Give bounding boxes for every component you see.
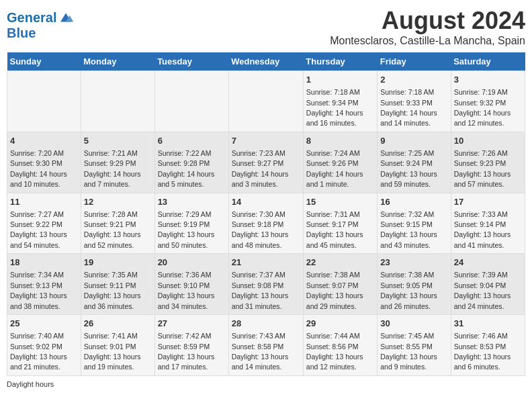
day-info: Sunrise: 7:29 AM Sunset: 9:19 PM Dayligh…: [158, 210, 215, 249]
header: General Blue August 2024 Montesclaros, C…: [7, 7, 525, 47]
day-header-wednesday: Wednesday: [228, 52, 303, 71]
day-info: Sunrise: 7:24 AM Sunset: 9:26 PM Dayligh…: [306, 149, 363, 188]
day-info: Sunrise: 7:39 AM Sunset: 9:04 PM Dayligh…: [454, 271, 511, 310]
day-number: 4: [10, 135, 78, 147]
calendar-cell: 16Sunrise: 7:32 AM Sunset: 9:15 PM Dayli…: [378, 193, 451, 254]
footer-daylight: Daylight hours: [7, 380, 525, 388]
day-header-thursday: Thursday: [303, 52, 377, 71]
day-number: 30: [380, 318, 447, 330]
day-info: Sunrise: 7:22 AM Sunset: 9:28 PM Dayligh…: [158, 149, 215, 188]
day-number: 8: [306, 135, 374, 147]
title-area: August 2024 Montesclaros, Castille-La Ma…: [330, 7, 525, 47]
calendar-cell: 4Sunrise: 7:20 AM Sunset: 9:30 PM Daylig…: [7, 132, 81, 193]
day-info: Sunrise: 7:44 AM Sunset: 8:56 PM Dayligh…: [306, 332, 363, 371]
day-info: Sunrise: 7:18 AM Sunset: 9:33 PM Dayligh…: [380, 88, 437, 127]
calendar-cell: 18Sunrise: 7:34 AM Sunset: 9:13 PM Dayli…: [7, 254, 81, 315]
day-number: 23: [380, 257, 447, 269]
day-info: Sunrise: 7:25 AM Sunset: 9:24 PM Dayligh…: [380, 149, 437, 188]
calendar-cell: 27Sunrise: 7:42 AM Sunset: 8:59 PM Dayli…: [154, 315, 228, 376]
week-row-1: 1Sunrise: 7:18 AM Sunset: 9:34 PM Daylig…: [7, 71, 525, 132]
logo-icon: [58, 9, 74, 26]
day-number: 27: [158, 318, 226, 330]
day-info: Sunrise: 7:32 AM Sunset: 9:15 PM Dayligh…: [380, 210, 437, 249]
day-info: Sunrise: 7:21 AM Sunset: 9:29 PM Dayligh…: [84, 149, 141, 188]
calendar-cell: 29Sunrise: 7:44 AM Sunset: 8:56 PM Dayli…: [303, 315, 377, 376]
day-info: Sunrise: 7:19 AM Sunset: 9:32 PM Dayligh…: [454, 88, 511, 127]
calendar-cell: 7Sunrise: 7:23 AM Sunset: 9:27 PM Daylig…: [228, 132, 303, 193]
day-number: 7: [232, 135, 300, 147]
calendar-cell: 25Sunrise: 7:40 AM Sunset: 9:02 PM Dayli…: [7, 315, 81, 376]
calendar-cell: 24Sunrise: 7:39 AM Sunset: 9:04 PM Dayli…: [451, 254, 525, 315]
day-header-saturday: Saturday: [451, 52, 525, 71]
calendar-cell: 22Sunrise: 7:38 AM Sunset: 9:07 PM Dayli…: [303, 254, 377, 315]
day-number: 24: [454, 257, 522, 269]
calendar-cell: 2Sunrise: 7:18 AM Sunset: 9:33 PM Daylig…: [378, 71, 451, 132]
day-header-sunday: Sunday: [7, 52, 81, 71]
day-header-friday: Friday: [378, 52, 451, 71]
day-info: Sunrise: 7:31 AM Sunset: 9:17 PM Dayligh…: [306, 210, 363, 249]
day-info: Sunrise: 7:35 AM Sunset: 9:11 PM Dayligh…: [84, 271, 141, 310]
day-number: 19: [84, 257, 152, 269]
day-number: 25: [10, 318, 78, 330]
calendar-cell: 19Sunrise: 7:35 AM Sunset: 9:11 PM Dayli…: [81, 254, 154, 315]
day-info: Sunrise: 7:38 AM Sunset: 9:05 PM Dayligh…: [380, 271, 437, 310]
calendar-cell: 6Sunrise: 7:22 AM Sunset: 9:28 PM Daylig…: [154, 132, 228, 193]
day-info: Sunrise: 7:27 AM Sunset: 9:22 PM Dayligh…: [10, 210, 67, 249]
subtitle: Montesclaros, Castille-La Mancha, Spain: [330, 35, 525, 47]
day-info: Sunrise: 7:41 AM Sunset: 9:01 PM Dayligh…: [84, 332, 141, 371]
week-row-5: 25Sunrise: 7:40 AM Sunset: 9:02 PM Dayli…: [7, 315, 525, 376]
logo: General Blue: [7, 9, 74, 40]
day-info: Sunrise: 7:42 AM Sunset: 8:59 PM Dayligh…: [158, 332, 215, 371]
calendar-cell: 9Sunrise: 7:25 AM Sunset: 9:24 PM Daylig…: [378, 132, 451, 193]
calendar-cell: 28Sunrise: 7:43 AM Sunset: 8:58 PM Dayli…: [228, 315, 303, 376]
week-row-3: 11Sunrise: 7:27 AM Sunset: 9:22 PM Dayli…: [7, 193, 525, 254]
calendar-cell: [7, 71, 81, 132]
day-info: Sunrise: 7:33 AM Sunset: 9:14 PM Dayligh…: [454, 210, 511, 249]
calendar-cell: 12Sunrise: 7:28 AM Sunset: 9:21 PM Dayli…: [81, 193, 154, 254]
day-number: 28: [232, 318, 300, 330]
day-info: Sunrise: 7:34 AM Sunset: 9:13 PM Dayligh…: [10, 271, 67, 310]
day-info: Sunrise: 7:40 AM Sunset: 9:02 PM Dayligh…: [10, 332, 67, 371]
calendar-table: SundayMondayTuesdayWednesdayThursdayFrid…: [7, 52, 525, 376]
day-header-monday: Monday: [81, 52, 154, 71]
day-number: 2: [380, 74, 447, 86]
day-number: 29: [306, 318, 374, 330]
day-number: 9: [380, 135, 447, 147]
calendar-cell: 26Sunrise: 7:41 AM Sunset: 9:01 PM Dayli…: [81, 315, 154, 376]
calendar-cell: 3Sunrise: 7:19 AM Sunset: 9:32 PM Daylig…: [451, 71, 525, 132]
calendar-cell: 13Sunrise: 7:29 AM Sunset: 9:19 PM Dayli…: [154, 193, 228, 254]
calendar-cell: 14Sunrise: 7:30 AM Sunset: 9:18 PM Dayli…: [228, 193, 303, 254]
main-title: August 2024: [330, 7, 525, 35]
day-number: 10: [454, 135, 522, 147]
day-info: Sunrise: 7:37 AM Sunset: 9:08 PM Dayligh…: [232, 271, 289, 310]
day-header-tuesday: Tuesday: [154, 52, 228, 71]
day-number: 18: [10, 257, 78, 269]
calendar-cell: [81, 71, 154, 132]
day-number: 26: [84, 318, 152, 330]
day-info: Sunrise: 7:23 AM Sunset: 9:27 PM Dayligh…: [232, 149, 289, 188]
day-info: Sunrise: 7:20 AM Sunset: 9:30 PM Dayligh…: [10, 149, 67, 188]
logo-text2: Blue: [7, 26, 74, 40]
calendar-cell: 15Sunrise: 7:31 AM Sunset: 9:17 PM Dayli…: [303, 193, 377, 254]
day-number: 21: [232, 257, 300, 269]
day-number: 12: [84, 196, 152, 208]
day-number: 22: [306, 257, 374, 269]
calendar-cell: 8Sunrise: 7:24 AM Sunset: 9:26 PM Daylig…: [303, 132, 377, 193]
calendar-cell: 5Sunrise: 7:21 AM Sunset: 9:29 PM Daylig…: [81, 132, 154, 193]
day-number: 16: [380, 196, 447, 208]
day-number: 17: [454, 196, 522, 208]
day-number: 13: [158, 196, 226, 208]
day-number: 5: [84, 135, 152, 147]
calendar-cell: [154, 71, 228, 132]
calendar-cell: 30Sunrise: 7:45 AM Sunset: 8:55 PM Dayli…: [378, 315, 451, 376]
day-number: 15: [306, 196, 374, 208]
day-info: Sunrise: 7:38 AM Sunset: 9:07 PM Dayligh…: [306, 271, 363, 310]
calendar-cell: [228, 71, 303, 132]
day-info: Sunrise: 7:45 AM Sunset: 8:55 PM Dayligh…: [380, 332, 437, 371]
day-number: 6: [158, 135, 226, 147]
day-number: 14: [232, 196, 300, 208]
week-row-2: 4Sunrise: 7:20 AM Sunset: 9:30 PM Daylig…: [7, 132, 525, 193]
calendar-cell: 11Sunrise: 7:27 AM Sunset: 9:22 PM Dayli…: [7, 193, 81, 254]
day-number: 11: [10, 196, 78, 208]
day-info: Sunrise: 7:30 AM Sunset: 9:18 PM Dayligh…: [232, 210, 289, 249]
